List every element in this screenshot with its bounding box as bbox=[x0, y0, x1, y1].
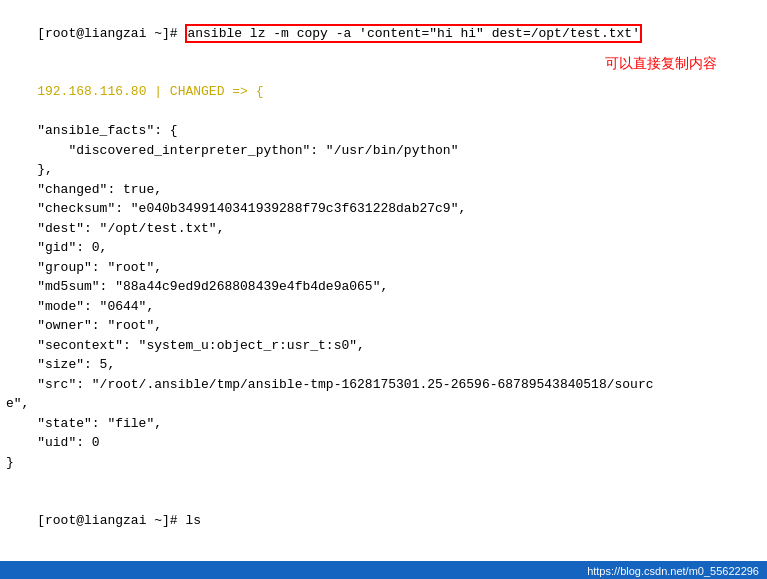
command-1: ansible lz -m copy -a 'content="hi hi" d… bbox=[185, 24, 641, 43]
line-gid: "gid": 0, bbox=[6, 238, 761, 258]
line-mode: "mode": "0644", bbox=[6, 297, 761, 317]
bottom-link: https://blog.csdn.net/m0_55622296 bbox=[587, 565, 759, 577]
line-owner: "owner": "root", bbox=[6, 316, 761, 336]
line-1: [root@liangzai ~]# ansible lz -m copy -a… bbox=[6, 4, 761, 63]
prompt-ls: [root@liangzai ~]# ls bbox=[37, 513, 201, 528]
changed-output-1: 192.168.116.80 | CHANGED => { bbox=[37, 84, 263, 99]
terminal-window: [root@liangzai ~]# ansible lz -m copy -a… bbox=[0, 0, 767, 579]
line-uid: "uid": 0 bbox=[6, 433, 761, 453]
line-interpreter: "discovered_interpreter_python": "/usr/b… bbox=[6, 141, 761, 161]
annotation-text: 可以直接复制内容 bbox=[605, 55, 717, 73]
line-src: "src": "/root/.ansible/tmp/ansible-tmp-1… bbox=[6, 375, 761, 395]
line-ls-cmd: [root@liangzai ~]# ls bbox=[6, 492, 761, 551]
line-secontext: "secontext": "system_u:object_r:usr_t:s0… bbox=[6, 336, 761, 356]
line-src-wrap: e", bbox=[6, 394, 761, 414]
prompt-1: [root@liangzai ~]# bbox=[37, 26, 185, 41]
line-checksum: "checksum": "e040b3499140341939288f79c3f… bbox=[6, 199, 761, 219]
line-facts-close: }, bbox=[6, 160, 761, 180]
line-group: "group": "root", bbox=[6, 258, 761, 278]
line-blank bbox=[6, 472, 761, 492]
line-close-brace: } bbox=[6, 453, 761, 473]
line-changed: "changed": true, bbox=[6, 180, 761, 200]
line-size: "size": 5, bbox=[6, 355, 761, 375]
bottom-bar: https://blog.csdn.net/m0_55622296 bbox=[0, 561, 767, 579]
line-ansible-facts: "ansible_facts": { bbox=[6, 121, 761, 141]
line-md5sum: "md5sum": "88a44c9ed9d268808439e4fb4de9a… bbox=[6, 277, 761, 297]
line-dest: "dest": "/opt/test.txt", bbox=[6, 219, 761, 239]
line-state: "state": "file", bbox=[6, 414, 761, 434]
